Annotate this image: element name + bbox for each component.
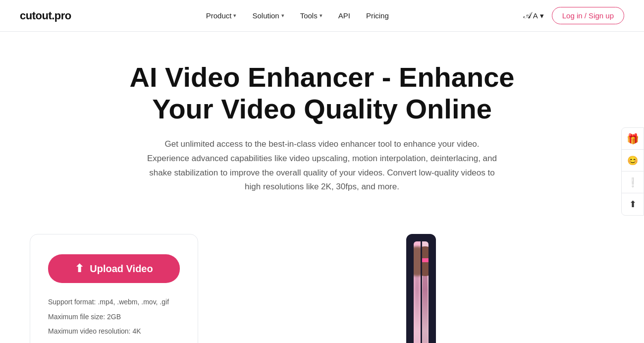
person-before	[414, 241, 421, 343]
nav-links: Product ▾ Solution ▾ Tools ▾ API Pricing	[206, 11, 389, 20]
side-panel: 🎁 😊 ❕ ⬆	[621, 127, 644, 216]
format-info: Support format: .mp4, .webm, .mov, .gif	[48, 295, 180, 309]
nav-solution[interactable]: Solution ▾	[252, 11, 284, 20]
hero-section: AI Video Enhancer - Enhance Your Video Q…	[0, 32, 644, 214]
chevron-down-icon: ▾	[281, 12, 284, 19]
login-signup-button[interactable]: Log in / Sign up	[552, 7, 624, 24]
nav-api[interactable]: API	[338, 11, 350, 20]
nav-right: 𝒜 A ▾ Log in / Sign up	[524, 7, 624, 24]
chevron-down-icon: ▾	[540, 11, 544, 20]
monitor-screen	[414, 241, 429, 343]
upload-card: ⬆ Upload Video Support format: .mp4, .we…	[30, 234, 198, 343]
hero-title: AI Video Enhancer - Enhance Your Video Q…	[99, 61, 545, 125]
avatar-icon: 😊	[627, 155, 638, 166]
nav-tools[interactable]: Tools ▾	[300, 11, 322, 20]
gift-icon: 🎁	[627, 133, 639, 145]
translate-icon: 𝒜	[524, 10, 531, 21]
nav-pricing[interactable]: Pricing	[366, 11, 389, 20]
nav-product[interactable]: Product ▾	[206, 11, 237, 20]
avatar-button[interactable]: 😊	[622, 150, 644, 172]
gift-button[interactable]: 🎁	[622, 128, 644, 150]
size-info: Maximum file size: 2GB	[48, 310, 180, 324]
logo[interactable]: cutout.pro	[20, 9, 71, 22]
navbar: cutout.pro Product ▾ Solution ▾ Tools ▾ …	[0, 0, 644, 32]
alert-button[interactable]: ❕	[622, 172, 644, 193]
upload-top-button[interactable]: ⬆	[622, 193, 644, 215]
resolution-info: Maximum video resolution: 4K	[48, 324, 180, 339]
upload-video-button[interactable]: ⬆ Upload Video	[48, 254, 180, 283]
person-after	[422, 241, 429, 343]
hero-description: Get unlimited access to the best-in-clas…	[144, 137, 500, 195]
alert-icon: ❕	[627, 177, 638, 188]
eye-makeup	[422, 258, 429, 262]
monitor-wrapper	[228, 234, 614, 343]
monitor	[406, 234, 436, 343]
upload-info: Support format: .mp4, .webm, .mov, .gif …	[48, 295, 180, 339]
video-before	[414, 241, 421, 343]
main-content: ⬆ Upload Video Support format: .mp4, .we…	[0, 214, 644, 343]
upload-icon: ⬆	[75, 262, 84, 275]
video-after	[422, 241, 429, 343]
language-button[interactable]: 𝒜 A ▾	[524, 10, 544, 21]
chevron-down-icon: ▾	[320, 12, 322, 19]
head-blur	[414, 246, 421, 276]
upload-arrow-icon: ⬆	[629, 199, 637, 210]
chevron-down-icon: ▾	[233, 12, 236, 19]
